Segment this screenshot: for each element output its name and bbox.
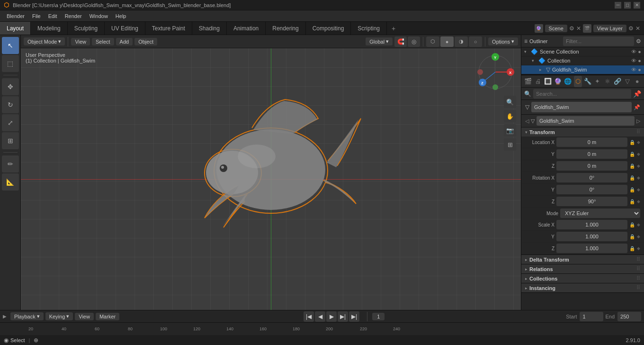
scale-x-lock[interactable]: 🔒 [629,222,635,227]
location-y-input[interactable] [556,149,627,159]
timeline-view-button[interactable]: View [75,313,94,320]
move-tool[interactable]: ✥ [2,78,19,95]
location-x-anim[interactable]: ◆ [637,140,640,145]
location-z-input[interactable] [556,161,627,171]
marker-button[interactable]: Marker [96,313,119,320]
rotation-x-anim[interactable]: ◆ [637,175,640,180]
snap-button[interactable]: 🧲 [394,36,407,47]
scene-props-icon[interactable]: 🔮 [554,76,562,87]
menu-file[interactable]: File [28,12,45,20]
menu-help[interactable]: Help [112,12,130,20]
options-button[interactable]: Options ▾ [488,37,518,45]
collection-eye-icon[interactable]: 👁 [631,58,636,64]
rotation-y-input[interactable] [556,185,627,194]
tab-animation[interactable]: Animation [227,22,266,35]
properties-search[interactable] [533,89,631,99]
select-menu-button[interactable]: Select [92,38,114,45]
location-x-lock[interactable]: 🔒 [629,140,635,145]
measure-tool[interactable]: 📐 [2,173,19,191]
object-props-icon[interactable]: ⬡ [574,76,582,87]
tab-layout[interactable]: Layout [0,22,31,35]
data-name-input[interactable] [537,116,635,126]
scale-tool[interactable]: ⤢ [2,114,19,131]
pan-button[interactable]: ✋ [504,110,516,122]
goldfish-render-icon[interactable]: ● [638,67,641,73]
current-frame-display[interactable]: 1 [372,313,385,320]
collection-expand[interactable]: ▾ [532,58,538,63]
add-workspace-button[interactable]: + [387,22,400,35]
jump-end-button[interactable]: ▶| [349,311,359,322]
rotation-x-input[interactable] [556,173,627,182]
rotation-z-input[interactable] [556,197,627,206]
object-name-input[interactable] [531,102,632,112]
collections-header[interactable]: ▸ Collections ⠿ [521,274,644,283]
menu-edit[interactable]: Edit [45,12,61,20]
scale-y-lock[interactable]: 🔒 [629,234,635,239]
particles-props-icon[interactable]: ✦ [593,76,601,87]
global-transform-button[interactable]: Global ▾ [366,37,393,45]
goldfish-swim-item[interactable]: ▸ ▽ Goldfish_Swim 👁 ● [521,65,644,74]
annotate-tool[interactable]: ✏ [2,155,19,172]
rotation-y-anim[interactable]: ◆ [637,187,640,192]
scale-y-anim[interactable]: ◆ [637,234,640,239]
outliner-filter-icon[interactable]: ⚙ [636,38,641,45]
tab-modeling[interactable]: Modeling [31,22,68,35]
tab-shading[interactable]: Shading [192,22,227,35]
view-layer-props-icon[interactable]: 🔳 [544,76,552,87]
view-menu-button[interactable]: View [71,38,90,45]
material-props-icon[interactable]: ● [633,76,641,87]
maximize-button[interactable]: □ [624,2,631,9]
collection-button[interactable]: ⊞ [504,138,516,151]
location-y-lock[interactable]: 🔒 [629,152,635,157]
material-preview-button[interactable]: ◑ [455,36,468,47]
tab-sculpting[interactable]: Sculpting [68,22,105,35]
location-z-anim[interactable]: ◆ [637,163,640,168]
prev-frame-button[interactable]: ◀ [315,311,325,322]
tab-compositing[interactable]: Compositing [306,22,351,35]
location-z-lock[interactable]: 🔒 [629,163,635,169]
delta-transform-header[interactable]: ▸ Delta Transform ⠿ [521,255,644,264]
rotation-z-anim[interactable]: ◆ [637,199,640,204]
outliner-search[interactable] [563,36,634,46]
goldfish-expand[interactable]: ▸ [539,67,546,72]
close-button[interactable]: ✕ [634,2,640,9]
transform-section-header[interactable]: ▾ Transform ⠿ [521,127,644,136]
select-box-tool[interactable]: ⬚ [2,55,19,72]
scene-name[interactable]: Scene [545,25,567,32]
rotation-x-lock[interactable]: 🔒 [629,175,635,181]
tab-uv-editing[interactable]: UV Editing [105,22,145,35]
object-pin-icon[interactable]: 📌 [634,104,640,110]
transform-tool[interactable]: ⊞ [2,132,19,149]
goldfish-eye-icon[interactable]: 👁 [631,67,636,73]
rotate-tool[interactable]: ↻ [2,96,19,113]
next-frame-button[interactable]: ▶| [338,311,348,322]
scene-eye-icon[interactable]: 👁 [631,49,636,54]
jump-start-button[interactable]: |◀ [304,311,314,322]
proportional-edit-button[interactable]: ◎ [408,36,420,47]
scene-render-icon[interactable]: ● [638,49,641,54]
physics-props-icon[interactable]: ⚛ [603,76,611,87]
rendered-button[interactable]: ○ [469,36,482,47]
pin-button[interactable]: 📌 [633,90,641,98]
location-y-anim[interactable]: ◆ [637,152,640,156]
tab-texture-paint[interactable]: Texture Paint [145,22,192,35]
scale-z-anim[interactable]: ◆ [637,246,640,251]
solid-button[interactable]: ● [440,36,454,47]
rotation-z-lock[interactable]: 🔒 [629,199,635,204]
play-button[interactable]: ▶ [326,311,337,322]
relations-header[interactable]: ▸ Relations ⠿ [521,264,644,273]
data-block-icon-left[interactable]: ◁ [525,118,529,124]
scene-collection-expand[interactable]: ▾ [524,49,531,54]
minimize-button[interactable]: ─ [615,2,621,9]
menu-window[interactable]: Window [86,12,112,20]
modifier-props-icon[interactable]: 🔧 [584,76,592,87]
add-menu-button[interactable]: Add [116,38,133,45]
wireframe-button[interactable]: ⬡ [426,36,439,47]
data-props-icon[interactable]: ▽ [623,76,631,87]
viewlayer-name[interactable]: View Layer [593,25,626,32]
start-frame-input[interactable] [580,312,603,321]
viewport-canvas[interactable]: User Perspective (1) Collection | Goldfi… [21,48,521,310]
camera-button[interactable]: 📷 [504,124,516,136]
rotation-mode-select[interactable]: XYZ Euler XZY Euler YXZ Euler Quaternion… [560,209,640,218]
timeline-track[interactable]: 20 40 60 80 100 120 140 160 180 200 220 … [0,323,644,335]
